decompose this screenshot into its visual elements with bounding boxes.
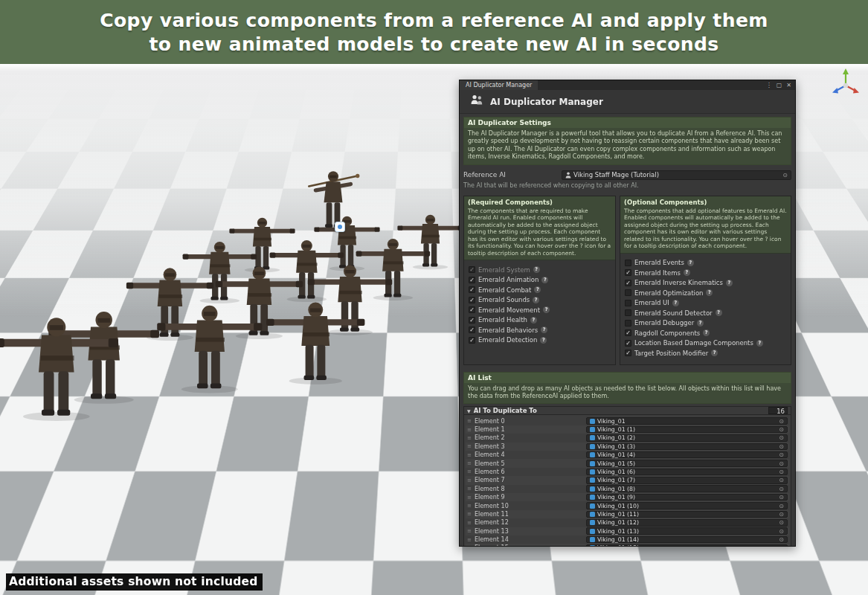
viking-model[interactable] bbox=[155, 303, 264, 393]
object-picker-icon[interactable]: ⊙ bbox=[779, 486, 784, 492]
component-row-emerald-sound-detector[interactable]: Emerald Sound Detector? bbox=[625, 308, 786, 318]
object-picker-icon[interactable]: ⊙ bbox=[782, 172, 788, 178]
checkbox-emerald-system[interactable]: ✓ bbox=[469, 266, 475, 273]
ai-list-row[interactable]: ≡Element 14Viking_01 (14)⊙ bbox=[466, 536, 789, 544]
object-field[interactable]: Viking_01 (4)⊙ bbox=[586, 451, 788, 459]
ai-to-duplicate-foldout[interactable]: ▼ AI To Duplicate To 16 bbox=[463, 406, 791, 415]
reference-ai-object-field[interactable]: Viking Staff Mage (Tutorial) ⊙ bbox=[562, 170, 791, 180]
drag-handle-icon[interactable]: ≡ bbox=[467, 469, 472, 475]
selected-object-gizmo-icon[interactable] bbox=[335, 222, 345, 232]
object-picker-icon[interactable]: ⊙ bbox=[779, 418, 784, 425]
viking-model[interactable] bbox=[0, 315, 120, 422]
object-picker-icon[interactable]: ⊙ bbox=[779, 503, 784, 509]
object-picker-icon[interactable]: ⊙ bbox=[779, 469, 784, 475]
drag-handle-icon[interactable]: ≡ bbox=[467, 477, 472, 483]
help-icon[interactable]: ? bbox=[672, 300, 679, 306]
help-icon[interactable]: ? bbox=[706, 289, 713, 296]
ai-list-row[interactable]: ≡Element 6Viking_01 (6)⊙ bbox=[466, 468, 789, 476]
ai-list-row[interactable]: ≡Element 13Viking_01 (13)⊙ bbox=[466, 527, 789, 536]
help-icon[interactable]: ? bbox=[533, 297, 539, 303]
component-row-emerald-events[interactable]: Emerald Events? bbox=[625, 258, 786, 268]
object-picker-icon[interactable]: ⊙ bbox=[779, 460, 784, 467]
window-maximize-icon[interactable]: ▢ bbox=[777, 82, 782, 89]
drag-handle-icon[interactable]: ≡ bbox=[467, 503, 472, 509]
component-row-emerald-inverse-kinematics[interactable]: ✓Emerald Inverse Kinematics? bbox=[625, 278, 786, 289]
component-row-location-based-damage-components[interactable]: ✓Location Based Damage Components? bbox=[625, 338, 786, 349]
object-field[interactable]: Viking_01 (10)⊙ bbox=[586, 502, 788, 509]
object-field[interactable]: Viking_01 (1)⊙ bbox=[586, 426, 788, 434]
drag-handle-icon[interactable]: ≡ bbox=[467, 520, 472, 526]
window-menu-icon[interactable]: ⋮ bbox=[766, 82, 772, 89]
help-icon[interactable]: ? bbox=[543, 306, 550, 313]
drag-handle-icon[interactable]: ≡ bbox=[467, 427, 472, 433]
ai-list-row[interactable]: ≡Element 4Viking_01 (4)⊙ bbox=[466, 451, 789, 459]
component-row-emerald-system[interactable]: ✓Emerald System? bbox=[469, 265, 611, 275]
object-field[interactable]: Viking_01 (9)⊙ bbox=[586, 494, 788, 501]
foldout-icon[interactable]: ▼ bbox=[467, 408, 471, 414]
help-icon[interactable]: ? bbox=[703, 329, 710, 336]
object-field[interactable]: Viking_01 (12)⊙ bbox=[586, 519, 788, 527]
object-picker-icon[interactable]: ⊙ bbox=[779, 494, 784, 501]
ai-list-row[interactable]: ≡Element 5Viking_01 (5)⊙ bbox=[466, 459, 789, 467]
help-icon[interactable]: ? bbox=[684, 269, 690, 276]
drag-handle-icon[interactable]: ≡ bbox=[467, 528, 472, 534]
drag-handle-icon[interactable]: ≡ bbox=[467, 452, 472, 458]
object-picker-icon[interactable]: ⊙ bbox=[779, 443, 784, 450]
list-size-field[interactable]: 16 bbox=[768, 407, 788, 414]
checkbox-emerald-inverse-kinematics[interactable]: ✓ bbox=[625, 280, 631, 286]
drag-handle-icon[interactable]: ≡ bbox=[467, 511, 472, 517]
component-row-emerald-ui[interactable]: Emerald UI? bbox=[625, 298, 786, 309]
viking-staff-mage-model[interactable] bbox=[304, 167, 362, 231]
checkbox-emerald-sound-detector[interactable] bbox=[625, 309, 631, 316]
drag-handle-icon[interactable]: ≡ bbox=[467, 545, 472, 546]
component-row-emerald-optimization[interactable]: Emerald Optimization? bbox=[625, 288, 786, 298]
object-field[interactable]: Viking_01 (14)⊙ bbox=[586, 536, 788, 544]
drag-handle-icon[interactable]: ≡ bbox=[467, 435, 472, 441]
ai-list-row[interactable]: ≡Element 10Viking_01 (10)⊙ bbox=[466, 501, 789, 509]
component-row-emerald-behaviors[interactable]: ✓Emerald Behaviors? bbox=[469, 325, 611, 335]
help-icon[interactable]: ? bbox=[716, 309, 722, 316]
ai-list-row[interactable]: ≡Element 9Viking_01 (9)⊙ bbox=[466, 493, 789, 501]
checkbox-location-based-damage-components[interactable]: ✓ bbox=[625, 340, 631, 347]
checkbox-emerald-animation[interactable]: ✓ bbox=[469, 277, 475, 283]
checkbox-emerald-health[interactable]: ✓ bbox=[469, 317, 475, 324]
help-icon[interactable]: ? bbox=[534, 286, 541, 293]
component-row-emerald-sounds[interactable]: ✓Emerald Sounds? bbox=[469, 295, 611, 306]
ai-list-row[interactable]: ≡Element 15Viking_01 (15)⊙ bbox=[466, 544, 789, 546]
object-picker-icon[interactable]: ⊙ bbox=[779, 519, 784, 526]
viking-model[interactable] bbox=[265, 300, 367, 385]
component-row-emerald-health[interactable]: ✓Emerald Health? bbox=[469, 315, 611, 326]
object-field[interactable]: Viking_01 (8)⊙ bbox=[586, 485, 788, 492]
component-row-target-position-modifier[interactable]: ✓Target Position Modifier? bbox=[625, 348, 786, 358]
drag-handle-icon[interactable]: ≡ bbox=[467, 495, 472, 501]
ai-list-row[interactable]: ≡Element 0Viking_01⊙ bbox=[466, 416, 789, 425]
help-icon[interactable]: ? bbox=[697, 320, 704, 327]
component-row-emerald-animation[interactable]: ✓Emerald Animation? bbox=[469, 275, 611, 286]
ai-list-row[interactable]: ≡Element 12Viking_01 (12)⊙ bbox=[466, 518, 789, 527]
object-picker-icon[interactable]: ⊙ bbox=[779, 544, 784, 546]
drag-handle-icon[interactable]: ≡ bbox=[467, 486, 472, 492]
checkbox-emerald-combat[interactable]: ✓ bbox=[469, 286, 475, 293]
drag-handle-icon[interactable]: ≡ bbox=[467, 443, 472, 449]
help-icon[interactable]: ? bbox=[756, 340, 763, 347]
object-picker-icon[interactable]: ⊙ bbox=[779, 426, 784, 433]
object-field[interactable]: Viking_01 (6)⊙ bbox=[586, 469, 788, 476]
object-field[interactable]: Viking_01 (13)⊙ bbox=[586, 527, 788, 535]
object-field[interactable]: Viking_01 (7)⊙ bbox=[586, 477, 788, 484]
checkbox-emerald-optimization[interactable] bbox=[625, 289, 631, 296]
component-row-emerald-movement[interactable]: ✓Emerald Movement? bbox=[469, 305, 611, 315]
help-icon[interactable]: ? bbox=[541, 327, 547, 333]
component-row-emerald-debugger[interactable]: Emerald Debugger? bbox=[625, 318, 786, 329]
object-field[interactable]: Viking_01 (3)⊙ bbox=[586, 443, 788, 451]
checkbox-ragdoll-components[interactable]: ✓ bbox=[625, 329, 631, 336]
object-picker-icon[interactable]: ⊙ bbox=[779, 511, 784, 518]
object-field[interactable]: Viking_01 (2)⊙ bbox=[586, 434, 788, 442]
checkbox-target-position-modifier[interactable]: ✓ bbox=[625, 350, 631, 356]
component-row-ragdoll-components[interactable]: ✓Ragdoll Components? bbox=[625, 328, 786, 338]
object-picker-icon[interactable]: ⊙ bbox=[779, 434, 784, 441]
drag-handle-icon[interactable]: ≡ bbox=[467, 460, 472, 466]
ai-list-row[interactable]: ≡Element 3Viking_01 (3)⊙ bbox=[466, 443, 789, 451]
checkbox-emerald-ui[interactable] bbox=[625, 300, 631, 306]
window-tab[interactable]: AI Duplicator Manager bbox=[460, 80, 538, 90]
checkbox-emerald-sounds[interactable]: ✓ bbox=[469, 297, 475, 303]
